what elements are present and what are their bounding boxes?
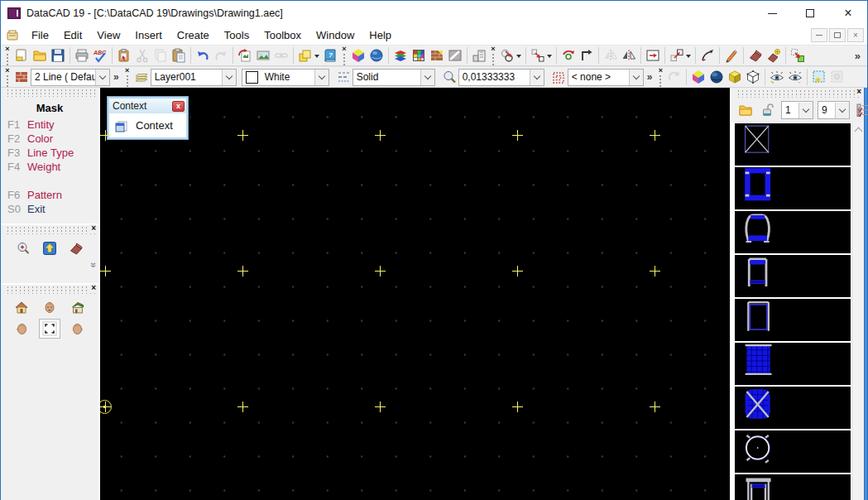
undo-button[interactable] (194, 46, 212, 65)
context-toolbar-window[interactable]: Context x Context (107, 96, 189, 140)
globe-button[interactable] (367, 46, 386, 65)
panel-grip[interactable]: × (4, 286, 95, 294)
close-button[interactable]: × (829, 1, 867, 26)
group-overflow[interactable]: » (110, 71, 122, 83)
zoom-in-button[interactable] (14, 239, 32, 257)
mask-item-color[interactable]: F2Color (1, 132, 98, 146)
panel-expander[interactable]: » (89, 261, 100, 270)
menu-insert[interactable]: Insert (127, 27, 170, 43)
render-globe-button[interactable] (707, 68, 726, 86)
symbol-chair-persp[interactable] (735, 211, 851, 253)
wall-type-select[interactable]: 2 Line ( Defau (31, 69, 110, 86)
move-boxes-button[interactable] (529, 46, 554, 65)
mirror-a-button[interactable] (602, 46, 620, 65)
paste-button[interactable] (170, 46, 188, 65)
pattern-dropdown-button[interactable] (629, 70, 643, 85)
layer-dropdown-button[interactable] (222, 70, 236, 85)
solid-cube-button[interactable] (726, 68, 744, 86)
menu-tools[interactable]: Tools (217, 27, 257, 43)
context-close-button[interactable]: x (172, 101, 185, 112)
symbol-wicker-top[interactable] (735, 343, 851, 385)
panel-close-icon[interactable]: × (855, 88, 861, 96)
pencil-button[interactable] (722, 46, 741, 65)
dropdown-arrow-icon[interactable] (686, 55, 691, 60)
arc-arrow-button[interactable] (698, 46, 717, 65)
wall-type-button[interactable] (12, 68, 31, 86)
line-type-dropdown-button[interactable] (420, 70, 434, 85)
line-type-button[interactable] (334, 68, 352, 86)
mask-item-pattern[interactable]: F6Pattern (1, 188, 98, 202)
menu-window[interactable]: Window (309, 27, 362, 43)
open-folder-button[interactable] (736, 101, 755, 119)
maximize-button[interactable] (791, 1, 829, 26)
mask-item-line-type[interactable]: F3Line Type (1, 146, 98, 160)
clipboard-special-button[interactable] (115, 46, 133, 65)
selection-add-button[interactable] (810, 68, 828, 86)
copy-button[interactable] (151, 46, 170, 65)
sidebar-grip[interactable] (4, 89, 95, 97)
rgb-layers-button[interactable] (391, 46, 410, 65)
selection-remove-button[interactable] (828, 68, 846, 86)
view-add-button[interactable] (768, 68, 786, 86)
line-type-select[interactable]: Solid (352, 69, 435, 86)
layer-select[interactable]: Layer001 (151, 69, 237, 86)
rotate-ccw-button[interactable] (559, 46, 578, 65)
symbol-xbox[interactable] (735, 123, 851, 166)
dropdown-arrow-icon[interactable] (314, 55, 319, 60)
spell-check-button[interactable]: ABC (91, 46, 109, 65)
context-tool-button[interactable]: Context (136, 119, 173, 132)
page-select[interactable]: 1 (781, 101, 813, 119)
toolbar-grip[interactable]: × (339, 46, 349, 65)
toolbar-overflow[interactable]: » (850, 50, 866, 62)
toolbar-grip[interactable]: × (122, 67, 132, 87)
texture-button[interactable] (428, 46, 446, 65)
mirror-b-button[interactable] (620, 46, 638, 65)
dropdown-arrow-icon[interactable] (547, 55, 552, 60)
palette-button[interactable] (410, 46, 428, 65)
folder-open-button[interactable] (31, 46, 49, 65)
view-home-button[interactable] (11, 297, 32, 317)
mask-item-exit[interactable]: S0 Exit (1, 202, 98, 217)
pattern-select[interactable]: < none > (568, 69, 644, 86)
doc-new-button[interactable] (12, 46, 31, 65)
color-mode-button[interactable] (689, 68, 707, 86)
layers-button[interactable] (132, 68, 151, 86)
view-iso-button[interactable] (67, 297, 89, 317)
group-overflow[interactable]: » (644, 71, 656, 83)
spacing-select[interactable]: 0,01333333 (458, 69, 544, 86)
book-button[interactable]: ? (321, 46, 339, 65)
page-dropdown-button[interactable] (798, 103, 813, 118)
stretch-box-button[interactable] (644, 46, 662, 65)
color-dropdown-button[interactable] (314, 70, 328, 85)
hatch-button[interactable] (446, 46, 464, 65)
color-cube-button[interactable] (349, 46, 367, 65)
spacing-button[interactable] (440, 68, 458, 86)
per-page-dropdown-button[interactable] (835, 103, 849, 118)
view-go-button[interactable] (786, 68, 804, 86)
menu-edit[interactable]: Edit (56, 27, 89, 43)
link-button[interactable] (272, 46, 290, 65)
pattern-button[interactable] (549, 68, 568, 86)
toolbar-grip[interactable]: × (2, 67, 12, 87)
wire-cube-button[interactable] (744, 68, 762, 86)
symbol-table-front[interactable] (735, 474, 851, 500)
import-image-button[interactable] (236, 46, 254, 65)
mask-item-weight[interactable]: F4Weight (1, 160, 98, 174)
menu-file[interactable]: File (24, 27, 56, 43)
view-fit-button[interactable] (39, 319, 60, 339)
symbol-stool-top[interactable] (735, 430, 851, 473)
move-up-button[interactable] (41, 239, 59, 257)
save-button[interactable] (49, 46, 67, 65)
per-page-select[interactable]: 9 (818, 101, 850, 119)
symbol-chair-front[interactable] (735, 255, 851, 297)
menu-toolbox[interactable]: Toolbox (257, 27, 309, 43)
image-button[interactable] (254, 46, 272, 65)
view-right-button[interactable] (67, 319, 89, 339)
wall-type-dropdown-button[interactable] (95, 70, 109, 85)
spacing-dropdown-button[interactable] (530, 70, 544, 85)
symbol-cabinet-side[interactable] (735, 299, 851, 341)
cut-button[interactable] (133, 46, 151, 65)
symbol-wicker-x[interactable] (735, 387, 851, 429)
eraser-star-button[interactable] (765, 46, 783, 65)
symbol-options-button[interactable] (854, 101, 868, 119)
